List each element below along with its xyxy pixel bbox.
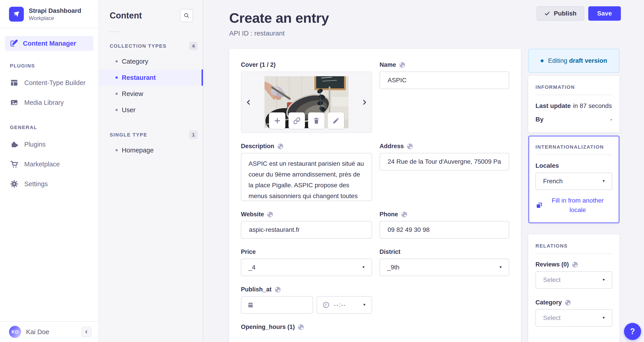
phone-label: Phone	[380, 211, 509, 218]
content-type-builder-icon	[10, 79, 18, 87]
globe-icon	[401, 211, 408, 218]
bullet-icon	[116, 60, 118, 63]
chevron-right-icon	[361, 99, 368, 106]
search-button[interactable]	[180, 9, 193, 22]
sidebar-item-label: Plugins	[24, 141, 46, 148]
section-label: GENERAL	[0, 125, 98, 130]
name-input[interactable]	[380, 72, 509, 89]
carousel-prev-button[interactable]	[242, 72, 255, 132]
chevron-down-icon: ▼	[602, 179, 606, 183]
add-asset-button[interactable]	[269, 112, 285, 129]
entry-side-panel: Editing draft version INFORMATION Last u…	[528, 49, 620, 342]
copy-link-button[interactable]	[288, 112, 305, 129]
last-update-row: Last update in 87 seconds	[536, 102, 612, 110]
subnav-item-label: User	[122, 106, 136, 114]
chevron-down-icon: ▼	[362, 265, 365, 269]
workspace-title: Strapi Dashboard	[29, 7, 81, 15]
globe-icon	[564, 299, 571, 306]
opening-hours-label: Opening_hours (1)	[241, 323, 372, 330]
subnav-item-category[interactable]: Category	[99, 53, 203, 70]
single-type-count-badge: 1	[189, 131, 198, 139]
sidebar-item-marketplace[interactable]: Marketplace	[0, 154, 98, 174]
relations-title: RELATIONS	[536, 243, 612, 249]
pencil-icon	[332, 117, 340, 124]
globe-icon	[572, 261, 578, 268]
bullet-icon	[116, 149, 118, 151]
field-phone: Phone	[380, 211, 509, 239]
fill-from-locale-link[interactable]: Fill in from another locale	[536, 196, 612, 215]
globe-icon	[399, 62, 406, 68]
sidebar-section-plugins: PLUGINS Content-Type Builder Media Libra…	[0, 63, 98, 112]
field-name: Name	[380, 61, 509, 89]
sidebar-item-media-library[interactable]: Media Library	[0, 93, 98, 112]
globe-icon	[298, 324, 304, 330]
globe-icon	[274, 286, 281, 293]
plus-icon	[274, 117, 281, 125]
settings-icon	[10, 180, 18, 188]
subnav-item-review[interactable]: Review	[99, 86, 203, 102]
locales-select[interactable]: French ▼	[536, 172, 612, 190]
reviews-label: Reviews (0)	[536, 261, 612, 268]
trash-icon	[313, 117, 320, 124]
save-button[interactable]: Save	[588, 6, 621, 21]
sidebar-item-label: Settings	[24, 180, 48, 188]
reviews-select[interactable]: Select ▼	[536, 271, 612, 289]
collapse-sidebar-button[interactable]	[81, 327, 92, 337]
subnav-item-restaurant[interactable]: Restaurant	[99, 70, 203, 86]
workspace-subtitle: Workplace	[29, 15, 81, 22]
sidebar-item-label: Content Manager	[23, 40, 76, 47]
sidebar-item-content-manager[interactable]: Content Manager	[5, 36, 94, 51]
subnav-item-homepage[interactable]: Homepage	[99, 142, 203, 158]
category-select[interactable]: Select ▼	[536, 309, 612, 327]
field-opening-hours: Opening_hours (1)	[241, 323, 372, 334]
address-input[interactable]	[380, 153, 509, 170]
description-label: Description	[241, 143, 372, 150]
phone-input[interactable]	[380, 221, 509, 239]
website-label: Website	[241, 211, 372, 218]
name-label: Name	[380, 61, 509, 68]
bullet-icon	[116, 93, 118, 95]
carousel-next-button[interactable]	[358, 72, 371, 132]
delete-asset-button[interactable]	[308, 112, 324, 129]
website-input[interactable]	[241, 221, 372, 239]
subnav-item-user[interactable]: User	[99, 102, 203, 118]
internationalization-card: INTERNATIONALIZATION Locales French ▼ Fi…	[528, 136, 620, 223]
chevron-left-icon	[245, 99, 252, 106]
content-sub-sidebar: Content COLLECTION TYPES 4 Category Rest…	[99, 0, 203, 342]
marketplace-icon	[10, 160, 18, 168]
cover-label: Cover (1 / 2)	[241, 61, 372, 68]
sidebar-section-general: GENERAL Plugins Marketplace	[0, 125, 98, 194]
field-address: Address	[380, 143, 509, 170]
subnav-item-label: Restaurant	[122, 74, 156, 81]
avatar[interactable]: KD	[9, 326, 21, 338]
chevron-down-icon: ▼	[602, 316, 606, 320]
help-button[interactable]: ?	[624, 323, 641, 340]
sidebar-item-settings[interactable]: Settings	[0, 174, 98, 194]
group-header-collection-types: COLLECTION TYPES 4	[110, 42, 198, 50]
divider	[0, 28, 98, 28]
publish-at-date-input[interactable]	[241, 296, 313, 314]
cover-carousel	[241, 72, 372, 133]
sidebar-item-label: Marketplace	[24, 161, 60, 168]
calendar-icon	[247, 301, 254, 308]
status-dot-icon	[541, 59, 544, 62]
main-content: Create an entry API ID : restaurant Publ…	[203, 0, 644, 342]
edit-asset-button[interactable]	[328, 112, 344, 129]
time-placeholder: --:--	[334, 301, 358, 308]
divider	[110, 32, 120, 32]
bullet-icon	[116, 77, 118, 79]
information-card: INFORMATION Last update in 87 seconds By…	[528, 76, 620, 132]
sidebar-item-content-type-builder[interactable]: Content-Type Builder	[0, 73, 98, 93]
globe-icon	[406, 143, 413, 150]
publish-button[interactable]: Publish	[536, 6, 584, 21]
clock-icon	[322, 301, 330, 308]
workspace-brand[interactable]: Strapi Dashboard Workplace	[0, 0, 98, 28]
draft-status-banner: Editing draft version	[528, 49, 620, 73]
sidebar-item-plugins[interactable]: Plugins	[0, 134, 98, 154]
publish-at-time-input[interactable]: --:-- ▼	[316, 296, 372, 314]
description-textarea[interactable]: ASPIC est un restaurant parisien situé a…	[241, 153, 372, 201]
district-select[interactable]: _9th ▼	[380, 259, 509, 276]
subnav-title: Content	[110, 11, 142, 21]
price-select[interactable]: _4 ▼	[241, 259, 372, 276]
field-category: Category Select ▼	[536, 299, 612, 327]
